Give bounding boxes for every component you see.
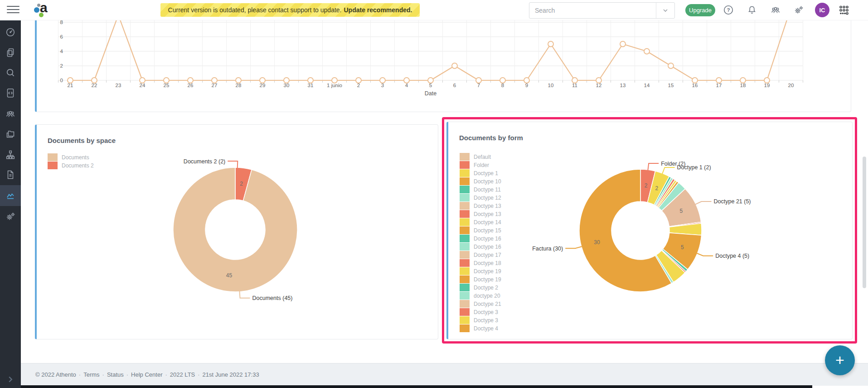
svg-text:Documents (45): Documents (45) [252, 295, 293, 301]
upgrade-button[interactable]: Upgrade [685, 4, 715, 16]
svg-text:Doctype 4 (5): Doctype 4 (5) [715, 253, 749, 259]
sidebar-item-documents[interactable] [0, 44, 21, 62]
sidebar-item-dashboard[interactable] [0, 23, 21, 41]
donut-chart-form[interactable]: 2Folder (2)2Doctype 1 (2)5Doctype 21 (5)… [448, 122, 851, 338]
svg-text:6: 6 [453, 83, 456, 88]
svg-text:23: 23 [116, 83, 121, 88]
sidebar-item-spaces[interactable] [0, 125, 21, 143]
separator: · [79, 371, 81, 378]
search-box [529, 2, 675, 19]
data-point[interactable] [452, 63, 457, 69]
svg-text:Doctype 21 (5): Doctype 21 (5) [714, 198, 751, 205]
data-point[interactable] [548, 41, 553, 47]
svg-text:15: 15 [668, 83, 674, 88]
settings-gears-icon[interactable] [793, 5, 804, 15]
sidebar-item-analytics[interactable] [0, 185, 21, 206]
apps-grid-icon[interactable] [839, 5, 849, 15]
dashboard-gauge-icon [5, 27, 16, 38]
data-point[interactable] [668, 63, 674, 69]
svg-text:4: 4 [60, 49, 63, 54]
notifications-bell-icon[interactable] [747, 5, 757, 15]
folders-icon [5, 128, 16, 139]
svg-text:2: 2 [60, 63, 63, 69]
separator: · [198, 371, 199, 378]
sidebar-item-workflow[interactable] [0, 146, 21, 164]
last-updated-timestamp: 21st June 2022 17:33 [203, 371, 259, 378]
search-icon [5, 67, 16, 78]
topbar: a Current version is outdated, please co… [0, 0, 868, 20]
svg-text:6: 6 [60, 34, 63, 39]
svg-text:24: 24 [140, 83, 145, 88]
svg-text:Documents 2 (2): Documents 2 (2) [184, 158, 225, 165]
sidebar-expand-chevron[interactable] [0, 370, 21, 388]
svg-text:13: 13 [620, 83, 626, 88]
separator: · [126, 371, 128, 378]
svg-text:20: 20 [788, 83, 794, 88]
footer-link-terms[interactable]: Terms [83, 371, 99, 378]
panel-documents-by-space: Documents by space DocumentsDocuments 2 … [35, 124, 438, 339]
svg-text:11: 11 [572, 83, 577, 88]
svg-text:12: 12 [596, 83, 602, 88]
athento-logo[interactable]: a [33, 1, 53, 19]
hamburger-menu-icon[interactable] [7, 6, 19, 14]
sidebar-item-file-code[interactable] [0, 84, 21, 102]
donut-slice[interactable] [173, 167, 297, 292]
svg-text:27: 27 [212, 83, 218, 88]
svg-text:30: 30 [594, 239, 600, 246]
panel-documents-by-form: Documents by form DefaultFolderDoctype 1… [446, 122, 853, 339]
sidebar-item-reports[interactable] [0, 166, 21, 184]
svg-text:30: 30 [284, 83, 290, 88]
donut-chart-space[interactable]: 2Documents 2 (2)45Documents (45) [37, 125, 437, 338]
file-code-icon [5, 88, 16, 98]
copyright: © 2022 Athento [35, 371, 76, 378]
svg-text:2: 2 [655, 185, 658, 192]
release-version: 2022 LTS [170, 371, 195, 378]
svg-text:31: 31 [308, 83, 314, 88]
footer-text: © 2022 Athento·Terms·Status·Help Center·… [35, 371, 259, 378]
chevron-down-icon [662, 7, 669, 14]
dashboard-page: a Current version is outdated, please co… [0, 0, 868, 388]
svg-text:?: ? [727, 7, 730, 13]
plus-icon: + [835, 352, 844, 368]
svg-text:16: 16 [692, 83, 698, 88]
gears-icon [5, 211, 16, 222]
footer-link-status[interactable]: Status [107, 371, 124, 378]
svg-text:8: 8 [501, 83, 504, 88]
sidebar-item-settings[interactable] [0, 207, 21, 226]
help-icon[interactable]: ? [723, 5, 734, 15]
banner-bold-text[interactable]: Update recommended. [344, 6, 412, 14]
svg-text:9: 9 [525, 83, 528, 88]
users-icon[interactable] [770, 5, 781, 15]
add-document-fab[interactable]: + [825, 345, 855, 375]
svg-text:25: 25 [164, 83, 170, 88]
svg-text:2: 2 [357, 83, 360, 88]
svg-text:5: 5 [429, 83, 432, 88]
search-input[interactable] [529, 3, 656, 18]
svg-text:29: 29 [260, 83, 266, 88]
sidebar-item-users[interactable] [0, 105, 21, 123]
line-chart[interactable]: 0246821222324252627282930311 junio234567… [37, 20, 850, 111]
svg-text:18: 18 [740, 83, 746, 88]
svg-text:10: 10 [548, 83, 554, 88]
svg-text:3: 3 [381, 83, 384, 88]
panel-documents-by-date: 0246821222324252627282930311 junio234567… [35, 20, 851, 112]
document-icon [5, 169, 16, 180]
svg-text:Factura (30): Factura (30) [532, 246, 563, 252]
separator: · [102, 371, 104, 378]
version-warning-banner: Current version is outdated, please cont… [160, 3, 420, 17]
svg-text:5: 5 [681, 244, 684, 250]
logo-dot-blue [34, 7, 39, 13]
scrollbar[interactable] [863, 157, 866, 288]
avatar[interactable]: IC [815, 3, 829, 17]
logo-letter: a [40, 0, 48, 15]
svg-text:1 junio: 1 junio [327, 83, 342, 88]
data-point[interactable] [644, 49, 650, 54]
footer: © 2022 Athento·Terms·Status·Help Center·… [21, 363, 868, 386]
svg-text:4: 4 [405, 83, 408, 88]
svg-text:45: 45 [226, 272, 233, 279]
search-scope-dropdown[interactable] [656, 3, 674, 18]
data-point[interactable] [620, 41, 626, 47]
svg-text:28: 28 [236, 83, 242, 88]
footer-link-help-center[interactable]: Help Center [131, 371, 162, 378]
sidebar-item-search[interactable] [0, 64, 21, 82]
